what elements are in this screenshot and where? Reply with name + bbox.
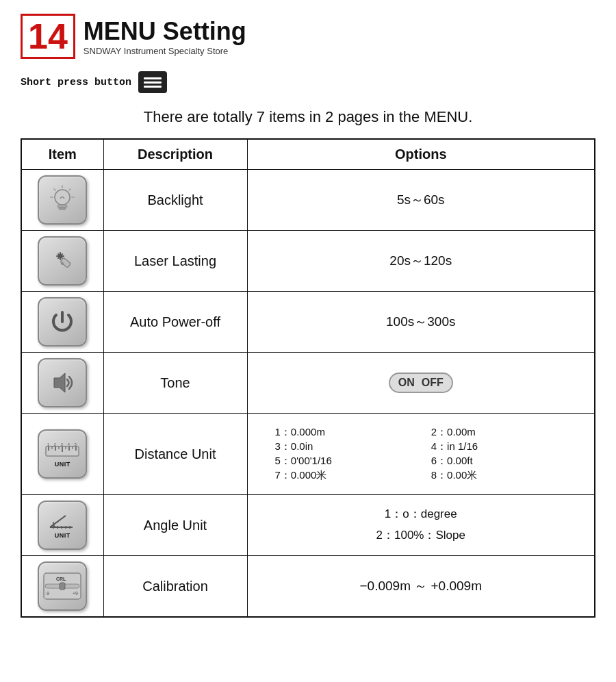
table-row: UNIT Angle Unit 1：o：degree 2：100%：Slope (21, 495, 595, 556)
angle-opt-2: 2：100%：Slope (261, 525, 581, 546)
svg-line-31 (50, 516, 66, 527)
opts-power: 100s～300s (386, 314, 455, 329)
toggle-switch[interactable]: ON OFF (389, 372, 453, 393)
intro-text: There are totally 7 items in 2 pages in … (21, 108, 595, 126)
menu-button-icon (138, 71, 167, 93)
col-header-opts: Options (247, 139, 595, 170)
item-cell-distance: 1 2 3 4 5 UNIT (21, 414, 103, 495)
logo-box: 14 (21, 14, 75, 59)
angle-unit-label-text: UNIT (55, 532, 70, 539)
svg-marker-14 (54, 373, 65, 392)
svg-line-4 (69, 189, 70, 190)
dist-opt-3: 3：0.0in (275, 440, 411, 453)
angle-options: 1：o：degree 2：100%：Slope (261, 504, 581, 546)
svg-line-5 (54, 189, 55, 190)
table-row: 1 2 3 4 5 UNIT Distance Unit 1：0.000m (21, 414, 595, 495)
table-row: Auto Power-off 100s～300s (21, 292, 595, 353)
header-text: MENU Setting SNDWAY Instrument Specialty… (84, 17, 246, 56)
svg-text:2: 2 (54, 442, 56, 446)
table-row: Backlight 5s～60s (21, 170, 595, 231)
angle-svg (47, 512, 78, 531)
angle-opt-1: 1：o：degree (261, 504, 581, 525)
angle-unit-icon: UNIT (38, 501, 87, 550)
opts-laser: 20s～120s (389, 253, 452, 268)
desc-cell-power: Auto Power-off (103, 292, 247, 353)
menu-line-2 (144, 81, 162, 84)
svg-point-13 (61, 262, 64, 265)
opts-cell-angle: 1：o：degree 2：100%：Slope (247, 495, 595, 556)
toggle-on-label: ON (398, 377, 415, 389)
logo-number: 14 (28, 16, 68, 56)
item-cell-angle: UNIT (21, 495, 103, 556)
dist-opt-2: 2：0.00m (431, 426, 567, 439)
svg-text:3: 3 (61, 442, 63, 446)
svg-text:-9: -9 (45, 591, 49, 596)
item-cell-tone (21, 353, 103, 414)
table-row: Laser Lasting 20s～120s (21, 231, 595, 292)
power-icon (38, 297, 87, 346)
svg-text:1: 1 (47, 442, 49, 446)
unit-label-text: UNIT (55, 461, 70, 468)
desc-tone: Tone (160, 375, 190, 390)
dist-opt-7: 7：0.000米 (275, 469, 411, 482)
desc-backlight: Backlight (147, 192, 203, 207)
dist-opt-4: 4：in 1/16 (431, 440, 567, 453)
power-svg (46, 305, 79, 338)
svg-text:CRL: CRL (56, 577, 66, 581)
page-title: MENU Setting (84, 17, 246, 46)
desc-power: Auto Power-off (130, 314, 220, 329)
table-header-row: Item Description Options (21, 139, 595, 170)
tone-svg (46, 366, 79, 399)
desc-cell-tone: Tone (103, 353, 247, 414)
angle-unit-wrap: UNIT (47, 512, 78, 539)
menu-line-3 (144, 86, 162, 88)
dist-opt-5: 5：0'00'1/16 (275, 455, 411, 468)
item-cell-power (21, 292, 103, 353)
desc-cell-angle: Angle Unit (103, 495, 247, 556)
tone-icon (38, 358, 87, 407)
ruler-svg: 1 2 3 4 5 (45, 441, 79, 460)
opts-cell-tone: ON OFF (247, 353, 595, 414)
desc-cell-distance: Distance Unit (103, 414, 247, 495)
desc-angle: Angle Unit (144, 518, 207, 533)
svg-text:4: 4 (68, 442, 70, 446)
menu-line-1 (144, 77, 162, 79)
backlight-svg (46, 184, 79, 216)
item-cell-laser (21, 231, 103, 292)
opts-backlight: 5s～60s (397, 192, 445, 207)
page-header: 14 MENU Setting SNDWAY Instrument Specia… (21, 14, 595, 59)
header-subtitle: SNDWAY Instrument Specialty Store (84, 46, 246, 56)
desc-cell-calibration: Calibration (103, 556, 247, 618)
opts-cell-calibration: −0.009m ～ +0.009m (247, 556, 595, 618)
opts-calibration: −0.009m ～ +0.009m (360, 579, 483, 593)
item-cell-calibration: CRL -9 +9 (21, 556, 103, 618)
svg-text:5: 5 (75, 442, 77, 446)
opts-cell-backlight: 5s～60s (247, 170, 595, 231)
backlight-icon (38, 175, 87, 225)
desc-calibration: Calibration (142, 579, 208, 594)
col-header-item: Item (21, 139, 103, 170)
distance-options: 1：0.000m 2：0.00m 3：0.0in 4：in 1/16 5：0'0… (261, 420, 581, 488)
opts-cell-distance: 1：0.000m 2：0.00m 3：0.0in 4：in 1/16 5：0'0… (247, 414, 595, 495)
table-row: Tone ON OFF (21, 353, 595, 414)
desc-cell-laser: Laser Lasting (103, 231, 247, 292)
table-row: CRL -9 +9 Calibration −0.009m ～ +0 (21, 556, 595, 618)
menu-table: Item Description Options (21, 138, 595, 618)
distance-unit-icon: 1 2 3 4 5 UNIT (38, 429, 87, 479)
dist-opt-8: 8：0.00米 (431, 469, 567, 482)
desc-laser: Laser Lasting (134, 253, 216, 268)
calibration-icon: CRL -9 +9 (38, 561, 87, 611)
toggle-off-label: OFF (422, 377, 444, 389)
short-press-section: Short press button (21, 71, 595, 93)
desc-distance: Distance Unit (135, 446, 216, 462)
calibration-svg: CRL -9 +9 (42, 572, 82, 601)
distance-unit-wrap: 1 2 3 4 5 UNIT (45, 441, 79, 468)
dist-opt-6: 6：0.00ft (431, 455, 567, 468)
svg-text:+9: +9 (73, 591, 78, 596)
svg-rect-1 (57, 205, 67, 207)
dist-opt-1: 1：0.000m (275, 426, 411, 439)
svg-rect-41 (60, 583, 65, 590)
laser-icon (38, 236, 87, 286)
item-cell-backlight (21, 170, 103, 231)
svg-rect-2 (59, 207, 66, 210)
